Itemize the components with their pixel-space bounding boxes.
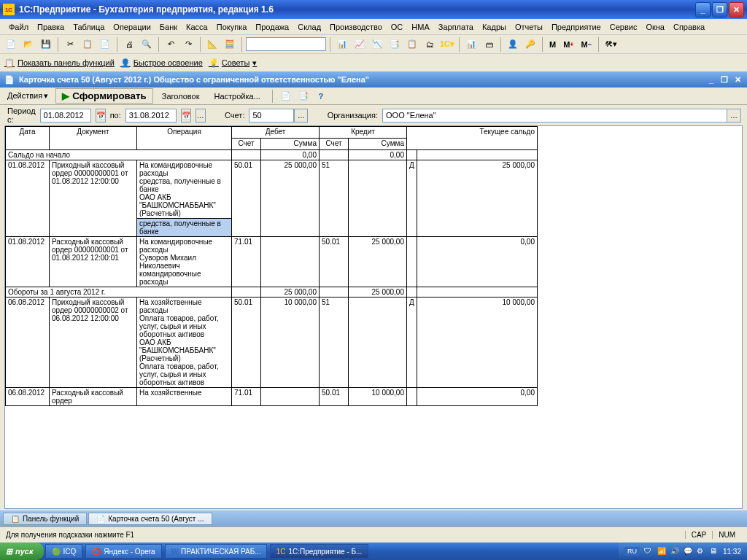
help-icon[interactable]: ?: [314, 89, 328, 104]
key-icon[interactable]: 🔑: [522, 36, 538, 52]
menu-file[interactable]: Файл: [4, 21, 33, 33]
print-icon[interactable]: 🖨: [121, 36, 137, 52]
menu-table[interactable]: Таблица: [69, 21, 109, 33]
period-select-icon[interactable]: …: [196, 109, 206, 122]
selected-cell[interactable]: средства, полученные в банке: [137, 218, 231, 236]
doc-close-button[interactable]: ✕: [732, 74, 743, 85]
tips-link[interactable]: 💡Советы▾: [209, 58, 257, 68]
org-select-icon[interactable]: …: [727, 109, 741, 122]
table-row[interactable]: 06.08.2012 Приходный кассовый ордер 0000…: [6, 298, 538, 388]
cell-credit-acc: 50.01: [320, 237, 349, 287]
table-row[interactable]: 01.08.2012 Приходный кассовый ордер 0000…: [6, 160, 538, 237]
undo-icon[interactable]: ↶: [163, 36, 179, 52]
save-doc-icon[interactable]: 📄: [279, 89, 293, 104]
period-from-input[interactable]: [40, 109, 91, 122]
minimize-button[interactable]: _: [695, 2, 711, 18]
period-bar: Период с: 📅 по: 📅 … Счет: … Организация:…: [0, 105, 747, 125]
menu-production[interactable]: Производство: [325, 21, 387, 33]
quick-learn-link[interactable]: 👤Быстрое освоение: [120, 58, 203, 68]
doc-maximize-button[interactable]: ❐: [719, 74, 729, 85]
table-row[interactable]: 06.08.2012 Расходный кассовый ордер На х…: [6, 388, 538, 406]
open-icon[interactable]: 📂: [20, 36, 36, 52]
cut-icon[interactable]: ✂: [62, 36, 78, 52]
date-picker-icon[interactable]: 📅: [181, 109, 191, 122]
tray-icon[interactable]: 📶: [657, 547, 666, 556]
app-icon[interactable]: 📋: [404, 36, 420, 52]
app-icon[interactable]: 🗂: [422, 36, 438, 52]
tray-icon[interactable]: 🖥: [710, 547, 719, 556]
menu-warehouse[interactable]: Склад: [293, 21, 325, 33]
app-icon[interactable]: 🗃: [481, 36, 497, 52]
menu-salary[interactable]: Зарплата: [434, 21, 478, 33]
new-icon[interactable]: 📄: [3, 36, 19, 52]
app-icon[interactable]: 📉: [369, 36, 385, 52]
tab-card-account[interactable]: 📄Карточка счета 50 (Август ...: [88, 513, 212, 525]
menu-cash[interactable]: Касса: [182, 21, 212, 33]
tray-clock[interactable]: 11:32: [723, 548, 741, 556]
period-to-input[interactable]: [125, 109, 177, 122]
close-button[interactable]: ✕: [729, 2, 744, 18]
m-button[interactable]: M: [546, 40, 559, 49]
menu-reports[interactable]: Отчеты: [511, 21, 547, 33]
actions-label[interactable]: Действия▾: [4, 91, 53, 101]
menu-os[interactable]: ОС: [387, 21, 408, 33]
menu-help[interactable]: Справка: [669, 21, 709, 33]
calc-icon[interactable]: 🧮: [222, 36, 238, 52]
settings-button[interactable]: Настройка...: [208, 90, 266, 102]
org-input[interactable]: [382, 109, 740, 122]
save-icon[interactable]: 💾: [38, 36, 54, 52]
form-button[interactable]: ▶Сформировать: [55, 88, 153, 104]
maximize-button[interactable]: ❐: [712, 2, 727, 18]
taskbar-item-icq[interactable]: 🟢ICQ: [45, 544, 83, 559]
date-picker-icon[interactable]: 📅: [96, 109, 106, 122]
col-debit-account: Счет: [232, 139, 261, 150]
menu-sale[interactable]: Продажа: [251, 21, 293, 33]
report-area[interactable]: Дата Документ Операция Дебет Кредит Теку…: [4, 125, 743, 509]
menu-operations[interactable]: Операции: [109, 21, 155, 33]
paste-icon[interactable]: 📄: [97, 36, 113, 52]
cell-operation: На командировочные расходы средства, пол…: [137, 160, 232, 237]
language-indicator[interactable]: RU: [624, 547, 640, 556]
start-button[interactable]: ⊞пуск: [0, 542, 44, 560]
menu-bank[interactable]: Банк: [155, 21, 182, 33]
m-plus-button[interactable]: M+: [560, 40, 576, 49]
account-input[interactable]: [249, 109, 294, 122]
app-icon[interactable]: 📊: [463, 36, 479, 52]
cell-debit-acc: 71.01: [232, 237, 261, 287]
doc-minimize-button[interactable]: _: [706, 74, 716, 85]
show-panel-link[interactable]: 📋Показать панель функций: [4, 58, 115, 68]
menu-hr[interactable]: Кадры: [478, 21, 511, 33]
taskbar-item-1c[interactable]: 1C1С:Предприятие - Б...: [270, 544, 369, 559]
tray-icon[interactable]: 🔊: [670, 547, 679, 556]
app-icon[interactable]: 📈: [352, 36, 368, 52]
tray-icon[interactable]: 💬: [684, 547, 692, 556]
system-tray: RU 🛡 📶 🔊 💬 ⚙ 🖥 11:32: [619, 542, 747, 560]
app-icon[interactable]: 📊: [334, 36, 350, 52]
table-row[interactable]: 01.08.2012 Расходный кассовый ордер 0000…: [6, 237, 538, 287]
header-button[interactable]: Заголовок: [156, 90, 206, 102]
preview-icon[interactable]: 🔍: [139, 36, 155, 52]
account-select-icon[interactable]: …: [294, 109, 308, 122]
redo-icon[interactable]: ↷: [180, 36, 196, 52]
m-minus-button[interactable]: M−: [578, 40, 595, 49]
taskbar-item-word[interactable]: WПРАКТИЧЕСКАЯ РАБ...: [165, 544, 267, 559]
tools-icon[interactable]: 🛠▾: [603, 36, 619, 52]
combo-input[interactable]: [246, 37, 326, 51]
tool-icon[interactable]: 📐: [204, 36, 220, 52]
tray-icon[interactable]: ⚙: [697, 547, 705, 556]
menu-service[interactable]: Сервис: [605, 21, 642, 33]
menu-windows[interactable]: Окна: [641, 21, 669, 33]
menu-enterprise[interactable]: Предприятие: [547, 21, 605, 33]
copy-icon[interactable]: 📋: [80, 36, 96, 52]
onec-icon[interactable]: 1С▾: [439, 36, 455, 52]
tab-panel-functions[interactable]: 📋Панель функций: [3, 513, 87, 525]
menu-edit[interactable]: Правка: [33, 21, 69, 33]
app-icon[interactable]: 📑: [387, 36, 403, 52]
user-icon[interactable]: 👤: [505, 36, 521, 52]
taskbar-item-opera[interactable]: ⭕Яндекс - Opera: [85, 544, 161, 559]
menu-nma[interactable]: НМА: [407, 21, 433, 33]
cell-credit-sum: 10 000,00: [349, 388, 407, 406]
tray-icon[interactable]: 🛡: [644, 547, 653, 556]
menu-purchase[interactable]: Покупка: [212, 21, 252, 33]
action-icon[interactable]: 📑: [296, 89, 311, 104]
